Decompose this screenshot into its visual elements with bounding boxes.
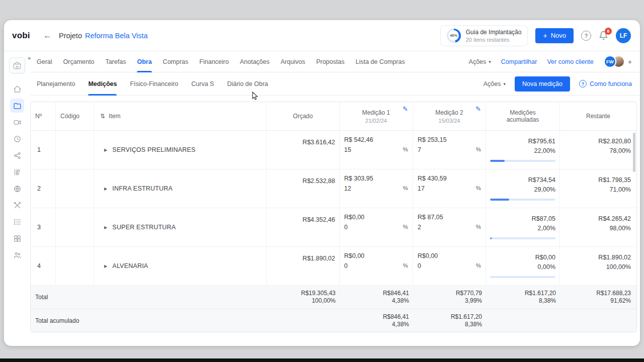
item-cell[interactable]: ▶ INFRA ESTRUTURA bbox=[94, 169, 267, 208]
measurements-table-wrapper: Nº Código ⇅ Item Orçado Medição 1 21/02/… bbox=[30, 102, 637, 332]
help-button[interactable]: ? bbox=[581, 31, 591, 41]
how-it-works-link[interactable]: ? Como funciona bbox=[579, 80, 632, 87]
view-as-client-button[interactable]: Ver como cliente bbox=[547, 58, 593, 65]
tab-obra[interactable]: Obra bbox=[137, 51, 151, 72]
remaining-value: R$4.265,42 bbox=[564, 215, 631, 222]
back-button[interactable]: ← bbox=[43, 31, 52, 41]
measurement-2-percent: 7 bbox=[418, 146, 421, 153]
user-avatar[interactable]: LF bbox=[616, 28, 631, 43]
expand-row-icon[interactable]: ▶ bbox=[104, 225, 107, 230]
notifications-button[interactable]: 6 bbox=[599, 31, 608, 40]
row-number: 2 bbox=[31, 169, 56, 208]
vobi-logo: vobi bbox=[12, 31, 43, 41]
project-name[interactable]: Reforma Bela Vista bbox=[85, 32, 148, 40]
sidebar-item-home[interactable] bbox=[10, 82, 24, 96]
sidebar-item-team[interactable] bbox=[10, 248, 24, 262]
subtab-curva-s[interactable]: Curva S bbox=[191, 72, 214, 95]
collapse-sidebar-button[interactable]: » bbox=[27, 55, 32, 61]
measurement-2-cell[interactable]: R$ 87,05 2% bbox=[413, 208, 486, 246]
percent-sign: % bbox=[403, 146, 408, 153]
new-button-label: Novo bbox=[551, 32, 566, 39]
measurement-1-cell[interactable]: R$ 542,46 15% bbox=[340, 131, 413, 169]
tab-propostas[interactable]: Propostas bbox=[316, 51, 344, 72]
total-remaining-percent: 91,62% bbox=[610, 297, 631, 305]
tab-tarefas[interactable]: Tarefas bbox=[105, 51, 126, 72]
subtab-fisico-financeiro[interactable]: Físico-Financeiro bbox=[130, 72, 178, 95]
tab-anotacoes[interactable]: Anotações bbox=[240, 51, 270, 72]
measurement-1-value: R$0,00 bbox=[344, 252, 408, 259]
remaining-percent: 71,00% bbox=[564, 186, 631, 193]
sort-icon[interactable]: ⇅ bbox=[100, 113, 105, 120]
measurement-1-cell[interactable]: R$ 303,95 12% bbox=[340, 169, 413, 208]
total-accumulated-value: R$1.617,20 bbox=[525, 290, 556, 297]
total-measurement-2: R$770,79 3,99% bbox=[413, 286, 486, 309]
sidebar-item-library[interactable] bbox=[10, 165, 24, 179]
measurements-table: Nº Código ⇅ Item Orçado Medição 1 21/02/… bbox=[30, 102, 637, 332]
sidebar-item-lists[interactable] bbox=[10, 215, 24, 229]
progress-bar bbox=[490, 237, 555, 239]
sidebar-item-history[interactable] bbox=[10, 132, 24, 146]
item-cell[interactable]: ▶ ALVENARIA bbox=[94, 247, 267, 285]
subtab-planejamento[interactable]: Planejamento bbox=[37, 72, 75, 95]
expand-row-icon[interactable]: ▶ bbox=[104, 187, 107, 191]
measurement-1-percent: 12 bbox=[344, 185, 351, 192]
add-collaborator-button[interactable]: + bbox=[628, 58, 632, 66]
project-actions-dropdown[interactable]: Ações ▾ bbox=[469, 58, 491, 65]
collaborator-avatar[interactable]: FW bbox=[604, 55, 616, 68]
sidebar-item-web[interactable] bbox=[10, 182, 24, 196]
tab-lista-de-compras[interactable]: Lista de Compras bbox=[356, 51, 405, 72]
sidebar-item-apps[interactable] bbox=[10, 231, 24, 245]
total-row: Total R$19.305,43 100,00% R$846,41 4,38%… bbox=[31, 286, 636, 309]
header-actions: 46% Guia de Implantação 20 itens restant… bbox=[440, 25, 631, 46]
folder-icon bbox=[13, 102, 22, 110]
accumulated-percent: 22,00% bbox=[490, 147, 555, 154]
list-icon bbox=[13, 218, 22, 226]
item-cell[interactable]: ▶ SUPER ESTRUTURA bbox=[94, 208, 267, 246]
expand-row-icon[interactable]: ▶ bbox=[104, 264, 107, 268]
measurement-1-value: R$ 303,95 bbox=[344, 175, 408, 182]
subtab-medicoes[interactable]: Medições bbox=[88, 72, 117, 95]
tab-compras[interactable]: Compras bbox=[163, 51, 189, 72]
sidebar-item-tools[interactable] bbox=[10, 198, 24, 212]
guide-subtitle: 20 itens restantes bbox=[466, 37, 522, 43]
implementation-guide-card[interactable]: 46% Guia de Implantação 20 itens restant… bbox=[440, 25, 528, 46]
new-button[interactable]: + Novo bbox=[535, 28, 574, 43]
measurements-actions-dropdown[interactable]: Ações ▾ bbox=[484, 80, 506, 87]
header-item-label: Item bbox=[109, 113, 120, 120]
project-thumbnail[interactable] bbox=[9, 57, 25, 73]
measurement-2-cell[interactable]: R$ 430,59 17% bbox=[413, 169, 486, 208]
tab-arquivos[interactable]: Arquivos bbox=[281, 51, 305, 72]
scrollbar-thumb[interactable] bbox=[633, 133, 635, 172]
edit-measurement-1-icon[interactable]: ✎ bbox=[403, 105, 408, 113]
subtab-diario-de-obra[interactable]: Diário de Obra bbox=[227, 72, 268, 95]
measurement-1-cell[interactable]: R$0,00 0% bbox=[340, 208, 413, 246]
tab-financeiro[interactable]: Financeiro bbox=[199, 51, 228, 72]
sidebar-item-network[interactable] bbox=[10, 148, 24, 162]
accumulated-total-m2-value: R$1.617,20 bbox=[451, 313, 482, 321]
percent-sign: % bbox=[476, 185, 481, 192]
share-button[interactable]: Compartilhar bbox=[501, 58, 537, 65]
expand-row-icon[interactable]: ▶ bbox=[104, 148, 107, 152]
tab-geral[interactable]: Geral bbox=[37, 51, 52, 72]
new-measurement-button[interactable]: Nova medição bbox=[515, 76, 570, 92]
tab-orcamento[interactable]: Orçamento bbox=[63, 51, 95, 72]
measurement-1-cell[interactable]: R$0,00 0% bbox=[340, 247, 413, 285]
home-icon bbox=[13, 85, 22, 94]
bottom-strip bbox=[0, 358, 644, 362]
accumulated-total-measurement-2: R$1.617,20 8,38% bbox=[413, 309, 486, 332]
item-cell[interactable]: ▶ SERVIÇOS PRELIMINARES bbox=[94, 131, 267, 169]
accumulated-line2: acumuladas bbox=[507, 116, 539, 123]
measurement-2-value: R$ 87,05 bbox=[418, 214, 481, 221]
code-cell bbox=[56, 208, 94, 246]
code-cell bbox=[56, 131, 94, 169]
budget-value: R$4.352,46 bbox=[267, 208, 340, 246]
edit-measurement-2-icon[interactable]: ✎ bbox=[475, 105, 481, 113]
sidebar-item-projects[interactable] bbox=[10, 99, 24, 113]
table-row: 1 ▶ SERVIÇOS PRELIMINARES R$3.616,42 R$ … bbox=[31, 131, 636, 169]
measurement-2-cell[interactable]: R$0,00 0% bbox=[413, 247, 486, 285]
share-network-icon bbox=[13, 151, 22, 160]
sidebar-item-media[interactable] bbox=[10, 115, 24, 129]
measurement-1-percent: 0 bbox=[344, 224, 348, 231]
measurement-2-cell[interactable]: R$ 253,15 7% bbox=[413, 131, 486, 169]
guide-progress-value: 46% bbox=[448, 30, 459, 41]
